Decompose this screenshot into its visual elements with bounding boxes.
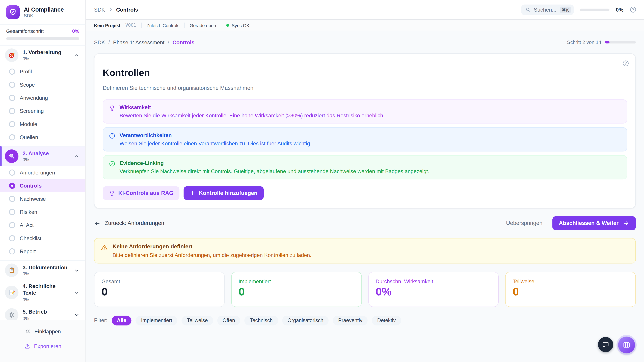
sidebar-item-scope[interactable]: Scope (0, 78, 85, 91)
section-name: 2. Analyse (23, 150, 70, 157)
sidebar-item-label: Anwendung (20, 94, 48, 101)
sidebar-item-screening[interactable]: Screening (0, 104, 85, 117)
filter-chip-alle[interactable]: Alle (112, 316, 132, 326)
back-button[interactable]: Zurueck: Anforderungen (94, 220, 164, 226)
sync-ok-dot-icon (226, 24, 229, 27)
tip-list: Wirksamkeit Bewerten Sie die Wirksamkeit… (103, 99, 627, 179)
sidebar-item-profil[interactable]: Profil (0, 65, 85, 78)
chat-fab-button[interactable] (598, 337, 613, 352)
section-rechtliche-texte[interactable]: 4. Rechtliche Texte 0% (0, 280, 85, 305)
breadcrumb-root[interactable]: SDK (94, 39, 105, 45)
sidebar-item-label: Scope (20, 81, 35, 88)
warning-banner: Keine Anforderungen definiert Bitte defi… (94, 238, 636, 264)
section-vorbereitung[interactable]: 1. Vorbereitung 0% (0, 45, 85, 65)
overall-progress-label: Gesamtfortschritt (6, 28, 44, 34)
breadcrumb-phase[interactable]: Phase 1: Assessment (113, 39, 164, 45)
add-control-button[interactable]: Kontrolle hinzufuegen (184, 186, 264, 200)
page-title: Kontrollen (103, 67, 627, 79)
stats-row: Gesamt 0 Implementiert 0 Durchschn. Wirk… (94, 272, 636, 307)
stat-implementiert: Implementiert 0 (231, 272, 362, 307)
section-dokumentation[interactable]: 3. Dokumentation 0% (0, 260, 85, 280)
brand: AI Compliance SDK (0, 0, 85, 24)
app-logo (6, 5, 20, 19)
breadcrumb: SDK Controls (94, 6, 138, 13)
filter-bar: Filter: Alle Implementiert Teilweise Off… (94, 316, 636, 326)
check-circle-icon (109, 160, 116, 174)
board-view-fab-button[interactable] (618, 337, 635, 353)
top-bar: SDK Controls Suchen... ⌘K 0% (86, 0, 644, 20)
section-betrieb[interactable]: 5. Betrieb 0% (0, 305, 85, 320)
filter-chip-detektiv[interactable]: Detektiv (372, 316, 401, 326)
sidebar-item-label: Anforderungen (20, 169, 55, 175)
main-area: SDK Controls Suchen... ⌘K 0% (86, 0, 644, 362)
header-progress-bar (580, 8, 610, 11)
help-icon[interactable] (622, 60, 629, 67)
sidebar-item-nachweise[interactable]: Nachweise (0, 192, 85, 205)
filter-chip-organisatorisch[interactable]: Organisatorisch (282, 316, 329, 326)
last-step-label: Zuletzt: Controls (146, 23, 180, 28)
section-name: 1. Vorbereitung (23, 49, 70, 56)
radio-icon (9, 222, 15, 228)
columns-icon (623, 341, 630, 349)
wizard-nav: Zurueck: Anforderungen Ueberspringen Abs… (94, 216, 636, 230)
sidebar-item-anforderungen[interactable]: Anforderungen (0, 166, 85, 179)
app-subtitle: SDK (24, 13, 64, 18)
step-progress-fill (605, 41, 609, 43)
info-icon (109, 133, 116, 146)
collapse-label: Einklappen (34, 328, 61, 334)
sidebar-item-ai-act[interactable]: AI Act (0, 218, 85, 231)
tip-wirksamkeit: Wirksamkeit Bewerten Sie die Wirksamkeit… (103, 99, 627, 123)
section-name: 5. Betrieb (23, 309, 70, 316)
plus-icon (190, 190, 196, 196)
radio-icon (9, 169, 15, 175)
sidebar-item-label: Controls (20, 183, 42, 189)
overall-progress-bar (6, 37, 79, 40)
sidebar-item-label: Profil (20, 68, 32, 75)
filter-chip-offen[interactable]: Offen (217, 316, 240, 326)
filter-chip-implementiert[interactable]: Implementiert (136, 316, 178, 326)
stat-label: Implementiert (238, 278, 354, 284)
filter-chip-praeventiv[interactable]: Praeventiv (333, 316, 368, 326)
memo-pencil-icon (5, 286, 18, 299)
export-button[interactable]: Exportieren (0, 340, 85, 352)
radio-icon (9, 68, 15, 75)
breadcrumb-current: Controls (116, 6, 138, 13)
tip-body: Bewerten Sie die Wirksamkeit jeder Kontr… (120, 112, 385, 119)
search-input[interactable]: Suchen... ⌘K (521, 4, 574, 15)
sidebar-item-report[interactable]: Report (0, 245, 85, 258)
gear-icon (5, 308, 18, 320)
collapse-sidebar-button[interactable]: Einklappen (0, 326, 85, 337)
upload-icon (24, 343, 30, 349)
finish-next-button[interactable]: Abschliessen & Weiter (552, 216, 636, 230)
section-analyse[interactable]: 2. Analyse 0% (0, 146, 85, 166)
keyboard-shortcut-badge: ⌘K (560, 6, 571, 13)
tip-title: Verantwortlichkeiten (120, 132, 312, 138)
stat-wirksamkeit: Durchschn. Wirksamkeit 0% (368, 272, 499, 307)
sidebar-item-risiken[interactable]: Risiken (0, 205, 85, 218)
export-label: Exportieren (34, 343, 62, 349)
page-breadcrumb: SDK / Phase 1: Assessment / Controls (94, 39, 194, 45)
magnifier-icon (5, 149, 18, 163)
section-name: 4. Rechtliche Texte (23, 283, 70, 297)
chevron-down-icon (74, 290, 80, 295)
skip-button[interactable]: Ueberspringen (506, 220, 542, 226)
filter-chip-teilweise[interactable]: Teilweise (182, 316, 213, 326)
sidebar-item-quellen[interactable]: Quellen (0, 131, 85, 144)
breadcrumb-root[interactable]: SDK (94, 6, 105, 13)
status-bar: Kein Projekt V001 Zuletzt: Controls Gera… (86, 20, 644, 31)
chevron-right-icon (108, 7, 113, 12)
stat-label: Durchschn. Wirksamkeit (376, 278, 492, 284)
sidebar-item-controls[interactable]: Controls (0, 179, 85, 192)
ai-controls-button[interactable]: KI-Controls aus RAG (103, 186, 180, 200)
help-icon[interactable] (630, 6, 636, 13)
sidebar-item-module[interactable]: Module (0, 117, 85, 130)
page-subtitle: Definieren Sie technische und organisato… (103, 85, 627, 91)
radio-icon (9, 134, 15, 140)
radio-icon (9, 209, 15, 215)
sidebar-item-checklist[interactable]: Checklist (0, 231, 85, 245)
breadcrumb-current: Controls (172, 39, 194, 45)
section-analyse-items: Anforderungen Controls Nachweise Risiken… (0, 166, 85, 260)
sidebar-item-anwendung[interactable]: Anwendung (0, 91, 85, 104)
ai-controls-label: KI-Controls aus RAG (118, 190, 174, 196)
filter-chip-technisch[interactable]: Technisch (244, 316, 278, 326)
